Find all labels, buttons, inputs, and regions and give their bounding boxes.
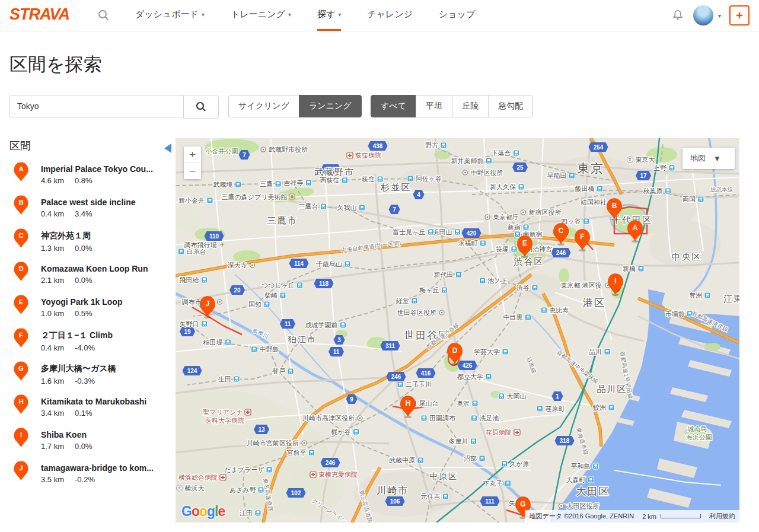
place-label: 四ッ谷 [561,218,581,225]
zoom-in-button[interactable]: + [184,146,201,163]
segment-list-item[interactable]: J tamagawara-bridge to kom... 3.5 km-0.2… [9,458,171,491]
place-label: 稲田堤 [203,339,223,346]
segment-list-item[interactable]: I Shiba Koen 1.7 km0.0% [9,425,171,458]
route-shield: 106 [385,496,405,506]
place-label: 池ノ上 [487,277,507,284]
segment-list-item[interactable]: F ２丁目１−１ Climb 0.4 km-4.0% [9,325,171,358]
route-shield: 1 [552,391,563,401]
avatar[interactable] [693,5,713,26]
route-shield: 19 [180,327,195,336]
location-search-input[interactable] [9,95,183,117]
gradient-filter-button[interactable]: 平坦 [416,95,452,117]
sport-toggle-group: サイクリングランニング [228,95,362,117]
place-label: 両国 [683,196,696,203]
place-label: 梶が谷 [331,428,350,435]
search-icon[interactable] [97,8,111,23]
segment-list-item[interactable]: D Komazawa Koen Loop Run 2.1 km0.0% [9,259,171,292]
add-button[interactable]: + [729,5,750,26]
segment-stats: 0.4 km3.4% [41,207,136,218]
place-label: 久我山 [337,204,357,211]
st-icon [541,307,547,313]
notifications-bell-icon[interactable] [671,8,685,23]
terms-link[interactable]: 利用規約 [705,510,739,523]
zoom-out-button[interactable]: − [184,163,201,179]
st-icon [471,415,477,421]
segment-list-item[interactable]: A Imperial Palace Tokyo Cou... 4.6 km0.8… [9,159,171,192]
svg-text:11: 11 [333,349,340,355]
nav-item[interactable]: 探す▾ [317,0,341,31]
avatar-chevron-down-icon[interactable]: ▾ [718,12,721,19]
of-icon [559,504,564,508]
place-label: 経堂 [396,297,409,304]
svg-text:G: G [18,365,24,372]
district-label: 品川区 [597,384,627,394]
segment-info: Kitamikata to Marukobashi 3.4 km0.1% [41,391,146,418]
sidebar-collapse-arrow-icon[interactable] [164,144,171,153]
st-icon [202,277,208,283]
svg-text:C: C [18,232,23,239]
st-icon [472,400,478,406]
ho-icon [220,474,226,480]
segment-list-item[interactable]: E Yoyogi Park 1k Loop 1.0 km0.5% [9,292,171,325]
sport-toggle-button[interactable]: サイクリング [228,95,299,117]
route-shield: 111 [480,496,500,506]
segment-list-item[interactable]: H Kitamikata to Marukobashi 3.4 km0.1% [9,391,171,425]
svg-text:254: 254 [594,144,604,151]
place-label: 洗足池 [480,415,499,422]
nav-item[interactable]: チャレンジ [367,0,413,31]
svg-text:111: 111 [485,498,495,505]
place-label: 田園調布 [429,415,455,422]
st-icon [499,393,505,399]
st-icon [340,322,346,328]
place-label: 大岡山 [507,393,527,400]
map-canvas[interactable]: 4381137742525417420110246114118201119311… [176,138,739,523]
strava-logo[interactable]: STRAVA [9,5,69,24]
st-icon [345,261,350,267]
route-shield: 420 [462,228,481,238]
location-search-button[interactable] [183,95,219,119]
district-label: 中央区 [672,251,702,262]
segment-list-item[interactable]: B Palace west side incline 0.4 km3.4% [9,192,171,225]
nav-item[interactable]: ダッシュボード▾ [135,0,205,31]
place-label: 飯田橋 [575,185,595,192]
svg-text:246: 246 [391,374,401,380]
svg-text:1: 1 [556,393,559,400]
district-label: 江東 [723,294,739,304]
gradient-filter-button[interactable]: 急勾配 [488,95,533,117]
segment-list-item[interactable]: G 多摩川大橋〜ガス橋 1.6 km-0.3% [9,358,171,391]
gradient-filter-button[interactable]: 丘陵 [452,95,489,117]
place-label: 多摩川 [449,438,468,445]
segment-grade: 3.4% [75,209,93,218]
sport-toggle-button[interactable]: ランニング [299,95,362,117]
nav-item[interactable]: ショップ [439,0,475,31]
road-name-label: 総武本線 [710,186,734,193]
segment-info: Komazawa Koen Loop Run 2.1 km0.0% [41,259,148,285]
route-shield: 318 [555,436,575,445]
of-icon [261,147,266,152]
svg-text:7: 7 [243,152,246,158]
st-icon [266,467,272,473]
svg-text:9: 9 [350,396,353,403]
svg-text:C: C [559,227,564,235]
scale-label: 2 km [642,513,656,520]
gradient-filter-button[interactable]: すべて [371,95,416,117]
zoom-control: + − [184,146,201,179]
st-icon [638,266,644,272]
nav-item[interactable]: トレーニング▾ [231,0,291,31]
place-label: 生田 [218,375,231,383]
st-icon [665,188,671,194]
svg-text:D: D [18,265,23,272]
place-label: 阿佐ヶ谷 [416,175,442,182]
attribution-text: 地図データ ©2016 Google, ZENRIN [525,510,638,523]
google-logo[interactable]: Google [181,504,225,520]
primary-nav: ダッシュボード▾トレーニング▾探す▾チャレンジショップ [135,0,476,31]
svg-text:文: 文 [178,486,181,490]
of-icon [302,441,307,445]
map-type-dropdown[interactable]: 地図 ▼ [683,148,735,169]
segment-list-item[interactable]: C 神宮外苑１周 1.3 km0.0% [9,225,171,259]
segment-name: Imperial Palace Tokyo Cou... [41,159,153,174]
route-shield: 20 [229,285,245,295]
svg-text:20: 20 [234,287,241,294]
st-icon [443,493,449,499]
sc-icon: 文 [177,485,183,491]
